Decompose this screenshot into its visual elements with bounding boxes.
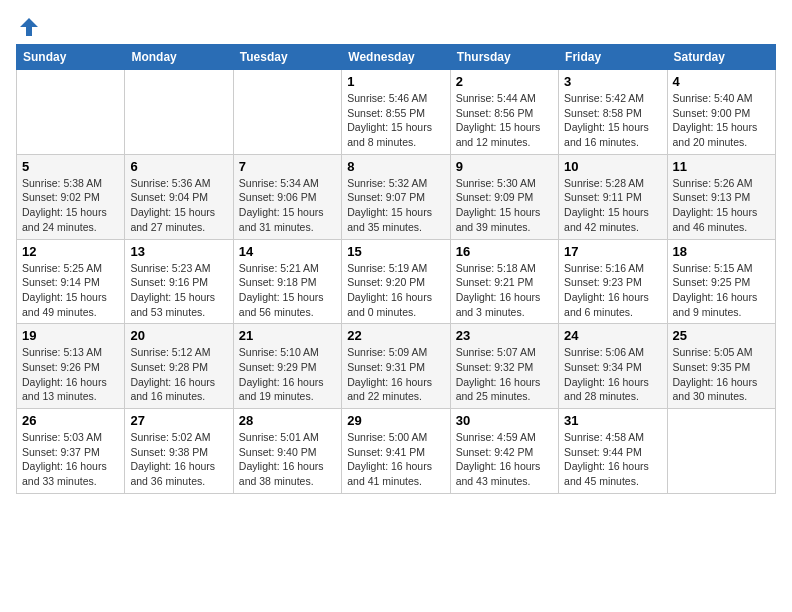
day-info: Sunrise: 5:46 AMSunset: 8:55 PMDaylight:… (347, 91, 444, 150)
calendar-cell (233, 70, 341, 155)
day-number: 31 (564, 413, 661, 428)
logo-icon (18, 16, 40, 38)
week-row-4: 19Sunrise: 5:13 AMSunset: 9:26 PMDayligh… (17, 324, 776, 409)
calendar-cell: 24Sunrise: 5:06 AMSunset: 9:34 PMDayligh… (559, 324, 667, 409)
calendar-cell: 15Sunrise: 5:19 AMSunset: 9:20 PMDayligh… (342, 239, 450, 324)
day-info: Sunrise: 5:28 AMSunset: 9:11 PMDaylight:… (564, 176, 661, 235)
calendar-cell: 23Sunrise: 5:07 AMSunset: 9:32 PMDayligh… (450, 324, 558, 409)
page-header (16, 16, 776, 38)
calendar-cell (125, 70, 233, 155)
header-sunday: Sunday (17, 45, 125, 70)
day-info: Sunrise: 4:58 AMSunset: 9:44 PMDaylight:… (564, 430, 661, 489)
day-info: Sunrise: 5:42 AMSunset: 8:58 PMDaylight:… (564, 91, 661, 150)
day-info: Sunrise: 5:30 AMSunset: 9:09 PMDaylight:… (456, 176, 553, 235)
day-number: 4 (673, 74, 770, 89)
week-row-2: 5Sunrise: 5:38 AMSunset: 9:02 PMDaylight… (17, 154, 776, 239)
day-info: Sunrise: 5:07 AMSunset: 9:32 PMDaylight:… (456, 345, 553, 404)
day-info: Sunrise: 5:18 AMSunset: 9:21 PMDaylight:… (456, 261, 553, 320)
calendar-cell: 4Sunrise: 5:40 AMSunset: 9:00 PMDaylight… (667, 70, 775, 155)
week-row-3: 12Sunrise: 5:25 AMSunset: 9:14 PMDayligh… (17, 239, 776, 324)
header-friday: Friday (559, 45, 667, 70)
calendar-cell: 8Sunrise: 5:32 AMSunset: 9:07 PMDaylight… (342, 154, 450, 239)
day-info: Sunrise: 5:21 AMSunset: 9:18 PMDaylight:… (239, 261, 336, 320)
header-monday: Monday (125, 45, 233, 70)
week-row-5: 26Sunrise: 5:03 AMSunset: 9:37 PMDayligh… (17, 409, 776, 494)
day-info: Sunrise: 5:03 AMSunset: 9:37 PMDaylight:… (22, 430, 119, 489)
day-number: 2 (456, 74, 553, 89)
calendar-cell: 11Sunrise: 5:26 AMSunset: 9:13 PMDayligh… (667, 154, 775, 239)
day-number: 6 (130, 159, 227, 174)
day-number: 25 (673, 328, 770, 343)
day-info: Sunrise: 5:44 AMSunset: 8:56 PMDaylight:… (456, 91, 553, 150)
day-info: Sunrise: 5:13 AMSunset: 9:26 PMDaylight:… (22, 345, 119, 404)
day-number: 13 (130, 244, 227, 259)
day-info: Sunrise: 5:16 AMSunset: 9:23 PMDaylight:… (564, 261, 661, 320)
day-info: Sunrise: 5:15 AMSunset: 9:25 PMDaylight:… (673, 261, 770, 320)
calendar-cell: 21Sunrise: 5:10 AMSunset: 9:29 PMDayligh… (233, 324, 341, 409)
day-number: 15 (347, 244, 444, 259)
day-number: 11 (673, 159, 770, 174)
calendar-cell: 30Sunrise: 4:59 AMSunset: 9:42 PMDayligh… (450, 409, 558, 494)
day-number: 20 (130, 328, 227, 343)
day-info: Sunrise: 5:38 AMSunset: 9:02 PMDaylight:… (22, 176, 119, 235)
header-thursday: Thursday (450, 45, 558, 70)
day-number: 23 (456, 328, 553, 343)
day-number: 30 (456, 413, 553, 428)
header-tuesday: Tuesday (233, 45, 341, 70)
day-info: Sunrise: 5:40 AMSunset: 9:00 PMDaylight:… (673, 91, 770, 150)
calendar-cell: 16Sunrise: 5:18 AMSunset: 9:21 PMDayligh… (450, 239, 558, 324)
day-info: Sunrise: 5:06 AMSunset: 9:34 PMDaylight:… (564, 345, 661, 404)
calendar-cell: 1Sunrise: 5:46 AMSunset: 8:55 PMDaylight… (342, 70, 450, 155)
day-info: Sunrise: 4:59 AMSunset: 9:42 PMDaylight:… (456, 430, 553, 489)
calendar-cell: 13Sunrise: 5:23 AMSunset: 9:16 PMDayligh… (125, 239, 233, 324)
day-number: 18 (673, 244, 770, 259)
day-number: 27 (130, 413, 227, 428)
day-number: 17 (564, 244, 661, 259)
day-info: Sunrise: 5:00 AMSunset: 9:41 PMDaylight:… (347, 430, 444, 489)
calendar-cell: 29Sunrise: 5:00 AMSunset: 9:41 PMDayligh… (342, 409, 450, 494)
day-number: 8 (347, 159, 444, 174)
calendar-cell: 9Sunrise: 5:30 AMSunset: 9:09 PMDaylight… (450, 154, 558, 239)
day-number: 5 (22, 159, 119, 174)
day-info: Sunrise: 5:25 AMSunset: 9:14 PMDaylight:… (22, 261, 119, 320)
calendar-cell: 12Sunrise: 5:25 AMSunset: 9:14 PMDayligh… (17, 239, 125, 324)
header-saturday: Saturday (667, 45, 775, 70)
day-info: Sunrise: 5:36 AMSunset: 9:04 PMDaylight:… (130, 176, 227, 235)
day-info: Sunrise: 5:32 AMSunset: 9:07 PMDaylight:… (347, 176, 444, 235)
day-info: Sunrise: 5:01 AMSunset: 9:40 PMDaylight:… (239, 430, 336, 489)
calendar-cell: 26Sunrise: 5:03 AMSunset: 9:37 PMDayligh… (17, 409, 125, 494)
calendar-cell: 28Sunrise: 5:01 AMSunset: 9:40 PMDayligh… (233, 409, 341, 494)
day-number: 10 (564, 159, 661, 174)
calendar-cell: 18Sunrise: 5:15 AMSunset: 9:25 PMDayligh… (667, 239, 775, 324)
calendar-table: SundayMondayTuesdayWednesdayThursdayFrid… (16, 44, 776, 494)
calendar-cell: 5Sunrise: 5:38 AMSunset: 9:02 PMDaylight… (17, 154, 125, 239)
day-info: Sunrise: 5:05 AMSunset: 9:35 PMDaylight:… (673, 345, 770, 404)
calendar-cell: 20Sunrise: 5:12 AMSunset: 9:28 PMDayligh… (125, 324, 233, 409)
calendar-cell: 2Sunrise: 5:44 AMSunset: 8:56 PMDaylight… (450, 70, 558, 155)
day-info: Sunrise: 5:26 AMSunset: 9:13 PMDaylight:… (673, 176, 770, 235)
calendar-header-row: SundayMondayTuesdayWednesdayThursdayFrid… (17, 45, 776, 70)
calendar-cell: 10Sunrise: 5:28 AMSunset: 9:11 PMDayligh… (559, 154, 667, 239)
day-number: 24 (564, 328, 661, 343)
day-number: 1 (347, 74, 444, 89)
day-info: Sunrise: 5:02 AMSunset: 9:38 PMDaylight:… (130, 430, 227, 489)
logo (16, 16, 40, 38)
week-row-1: 1Sunrise: 5:46 AMSunset: 8:55 PMDaylight… (17, 70, 776, 155)
day-info: Sunrise: 5:09 AMSunset: 9:31 PMDaylight:… (347, 345, 444, 404)
calendar-cell: 3Sunrise: 5:42 AMSunset: 8:58 PMDaylight… (559, 70, 667, 155)
day-info: Sunrise: 5:19 AMSunset: 9:20 PMDaylight:… (347, 261, 444, 320)
calendar-cell: 27Sunrise: 5:02 AMSunset: 9:38 PMDayligh… (125, 409, 233, 494)
day-number: 9 (456, 159, 553, 174)
calendar-cell: 17Sunrise: 5:16 AMSunset: 9:23 PMDayligh… (559, 239, 667, 324)
calendar-cell: 31Sunrise: 4:58 AMSunset: 9:44 PMDayligh… (559, 409, 667, 494)
calendar-cell: 14Sunrise: 5:21 AMSunset: 9:18 PMDayligh… (233, 239, 341, 324)
calendar-cell: 19Sunrise: 5:13 AMSunset: 9:26 PMDayligh… (17, 324, 125, 409)
day-number: 28 (239, 413, 336, 428)
day-number: 3 (564, 74, 661, 89)
day-info: Sunrise: 5:34 AMSunset: 9:06 PMDaylight:… (239, 176, 336, 235)
calendar-cell (17, 70, 125, 155)
calendar-cell: 25Sunrise: 5:05 AMSunset: 9:35 PMDayligh… (667, 324, 775, 409)
day-info: Sunrise: 5:23 AMSunset: 9:16 PMDaylight:… (130, 261, 227, 320)
header-wednesday: Wednesday (342, 45, 450, 70)
day-info: Sunrise: 5:10 AMSunset: 9:29 PMDaylight:… (239, 345, 336, 404)
